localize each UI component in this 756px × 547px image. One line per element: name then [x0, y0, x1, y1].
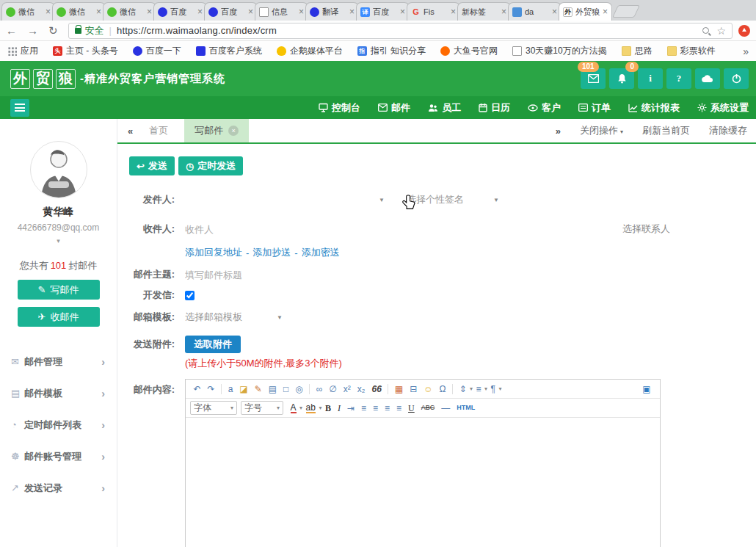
paste-plain-icon[interactable]: ▤ — [269, 385, 277, 394]
notifications-button[interactable]: 0 — [609, 68, 634, 89]
browser-tab[interactable]: 微信× — [103, 2, 156, 21]
new-tab-button[interactable] — [612, 5, 640, 18]
bookmark-item[interactable]: 彩票软件 — [667, 45, 716, 57]
indent-icon[interactable]: ⇥ — [347, 404, 355, 413]
sidebar-item-mail-accounts[interactable]: ☸邮件账号管理› — [0, 441, 117, 472]
close-actions-dropdown[interactable]: 关闭操作▾ — [580, 124, 623, 137]
subject-input[interactable] — [185, 269, 618, 280]
send-button[interactable]: ↩发送 — [129, 156, 175, 175]
nav-item-mail[interactable]: 邮件 — [378, 101, 410, 115]
close-icon[interactable]: × — [228, 126, 239, 136]
power-button[interactable] — [724, 68, 749, 89]
tab-close-icon[interactable]: × — [248, 7, 253, 16]
tab-close-icon[interactable]: × — [501, 7, 506, 16]
signature-select[interactable]: 选择个性签名 — [407, 193, 493, 206]
format-eraser-icon[interactable]: ◪ — [239, 385, 247, 394]
tab-close-icon[interactable]: × — [147, 7, 152, 16]
nav-item-customers[interactable]: 客户 — [528, 101, 561, 115]
tab-close-icon[interactable]: × — [603, 7, 608, 16]
align-center-icon[interactable]: ≡ — [385, 404, 390, 413]
nav-item-calendar[interactable]: 日历 — [479, 101, 510, 115]
browser-tab[interactable]: GFis× — [407, 2, 460, 21]
bookmark-item[interactable]: 指指引 知识分享 — [357, 45, 426, 57]
tab-close-icon[interactable]: × — [96, 7, 101, 16]
tab-close-icon[interactable]: × — [197, 7, 203, 16]
receive-mail-button[interactable]: ✈收邮件 — [18, 307, 100, 327]
bookmark-item[interactable]: 企鹅媒体平台 — [277, 45, 343, 57]
sidebar-item-mail-manage[interactable]: ✉邮件管理› — [0, 346, 117, 377]
clear-cache-button[interactable]: 清除缓存 — [709, 124, 747, 137]
blockquote-icon[interactable]: 66 — [371, 385, 381, 394]
tab-home[interactable]: 首页 — [139, 119, 178, 142]
messages-button[interactable]: 101 — [581, 68, 606, 89]
browser-tab[interactable]: 微信× — [52, 2, 106, 21]
emoticon-icon[interactable]: ☺ — [424, 385, 432, 394]
tab-close-icon[interactable]: × — [349, 7, 355, 16]
download-button[interactable] — [695, 68, 720, 89]
insert-hr-icon[interactable]: ⊟ — [410, 385, 417, 394]
editor-content-area[interactable] — [186, 418, 660, 547]
browser-tab[interactable]: 百度× — [204, 2, 258, 21]
special-char-icon[interactable]: Ω — [440, 385, 446, 394]
remove-link-icon[interactable]: ∅ — [329, 385, 336, 394]
font-size-select[interactable]: 字号▾ — [241, 401, 283, 415]
justify-icon[interactable]: ≡ — [396, 404, 401, 413]
zoom-icon[interactable] — [702, 27, 709, 34]
bookmarks-overflow-icon[interactable]: » — [743, 46, 749, 57]
highlight-color-icon[interactable]: ab — [306, 403, 316, 413]
list-dropdown[interactable]: ≡ — [476, 385, 481, 394]
line-height-dropdown[interactable]: ⇕ — [459, 385, 467, 394]
browser-tab[interactable]: 信息× — [255, 2, 308, 21]
tabs-scroll-left-icon[interactable]: « — [128, 126, 133, 137]
preview-icon[interactable]: ◎ — [295, 385, 302, 394]
tabs-scroll-right-icon[interactable]: » — [556, 126, 561, 137]
add-reply-address-link[interactable]: 添加回复地址 — [185, 246, 242, 259]
reload-icon[interactable]: ↻ — [48, 25, 58, 36]
bookmark-item[interactable]: 大鱼号官网 — [440, 45, 498, 57]
bookmark-item[interactable]: 百度客户系统 — [196, 45, 262, 57]
font-family-select[interactable]: 字体▾ — [190, 401, 237, 415]
browser-tab[interactable]: 新标签× — [457, 2, 511, 21]
sidebar-item-scheduled-mail[interactable]: ◔定时邮件列表› — [0, 409, 117, 441]
menu-toggle-button[interactable] — [10, 99, 29, 117]
italic-icon[interactable]: I — [338, 404, 341, 413]
dev-letter-checkbox[interactable] — [185, 291, 195, 300]
tab-close-icon[interactable]: × — [46, 7, 51, 16]
html-source-icon[interactable]: HTML — [457, 405, 475, 411]
bookmark-item[interactable]: 头主页 - 头条号 — [53, 45, 118, 57]
bookmark-star-icon[interactable]: ☆ — [716, 26, 726, 36]
superscript-icon[interactable]: x² — [344, 385, 351, 394]
undo-icon[interactable]: ↶ — [194, 385, 201, 394]
nav-item-settings[interactable]: 系统设置 — [697, 101, 749, 115]
browser-tab[interactable]: 译百度× — [356, 2, 410, 21]
tab-compose-mail[interactable]: 写邮件× — [184, 119, 249, 142]
tab-close-icon[interactable]: × — [299, 7, 304, 16]
insert-image-icon[interactable]: ▦ — [395, 385, 403, 394]
bold-icon[interactable]: B — [325, 404, 331, 413]
sidebar-item-mail-template[interactable]: ▤邮件模板› — [0, 377, 117, 409]
insert-link-icon[interactable]: ∞ — [316, 385, 323, 394]
back-icon[interactable]: ← — [6, 25, 17, 36]
tab-close-icon[interactable]: × — [400, 7, 405, 16]
recipient-input[interactable] — [185, 224, 618, 235]
fullscreen-icon[interactable]: ▣ — [642, 385, 650, 394]
browser-tab-active[interactable]: 外外贸狼× — [559, 2, 612, 21]
redo-icon[interactable]: ↷ — [208, 385, 215, 394]
new-document-icon[interactable]: □ — [283, 385, 288, 394]
info-button[interactable]: i — [638, 68, 663, 89]
align-right-icon[interactable]: ≡ — [373, 404, 378, 413]
nav-item-console[interactable]: 控制台 — [319, 101, 360, 115]
bookmark-item[interactable]: 30天赚10万的方法揭 — [512, 45, 607, 57]
forward-icon[interactable]: → — [27, 25, 38, 36]
bookmark-item[interactable]: 思路 — [622, 45, 653, 57]
subscript-icon[interactable]: x₂ — [357, 385, 366, 394]
horizontal-rule-icon[interactable]: — — [441, 404, 450, 413]
add-cc-link[interactable]: 添加抄送 — [252, 246, 291, 259]
pick-contact-link[interactable]: 选择联系人 — [622, 222, 670, 236]
address-bar[interactable]: 安全 | https://crm.waimaolang.cn/index/crm… — [68, 23, 733, 39]
underline-icon[interactable]: U — [408, 404, 415, 413]
avatar[interactable] — [30, 141, 87, 198]
bookmark-item[interactable]: 百度一下 — [133, 45, 181, 57]
chevron-down-icon[interactable]: ▾ — [0, 237, 117, 244]
paragraph-dropdown[interactable]: ¶ — [491, 385, 495, 394]
